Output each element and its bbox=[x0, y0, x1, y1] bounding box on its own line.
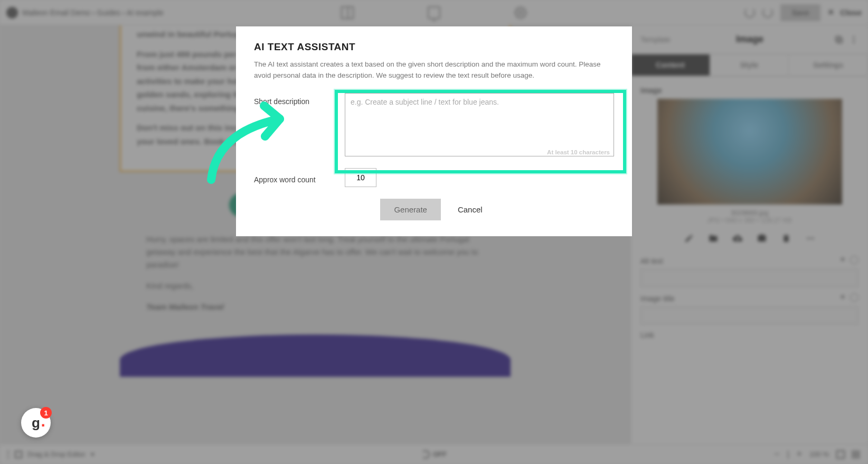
help-widget-button[interactable]: g 1 bbox=[21, 408, 51, 438]
modal-title: AI TEXT ASSISTANT bbox=[254, 41, 614, 53]
modal-help-text: The AI text assistant creates a text bas… bbox=[254, 59, 614, 81]
word-count-input[interactable] bbox=[345, 168, 376, 187]
short-description-input[interactable] bbox=[345, 93, 614, 156]
cancel-button[interactable]: Cancel bbox=[452, 199, 488, 220]
ai-text-assistant-modal: AI TEXT ASSISTANT The AI text assistant … bbox=[236, 26, 632, 236]
guru-logo-icon: g bbox=[32, 415, 40, 431]
short-description-label: Short description bbox=[254, 93, 345, 106]
word-count-label: Approx word count bbox=[254, 171, 345, 184]
notification-badge: 1 bbox=[40, 407, 52, 419]
generate-button[interactable]: Generate bbox=[380, 199, 441, 220]
